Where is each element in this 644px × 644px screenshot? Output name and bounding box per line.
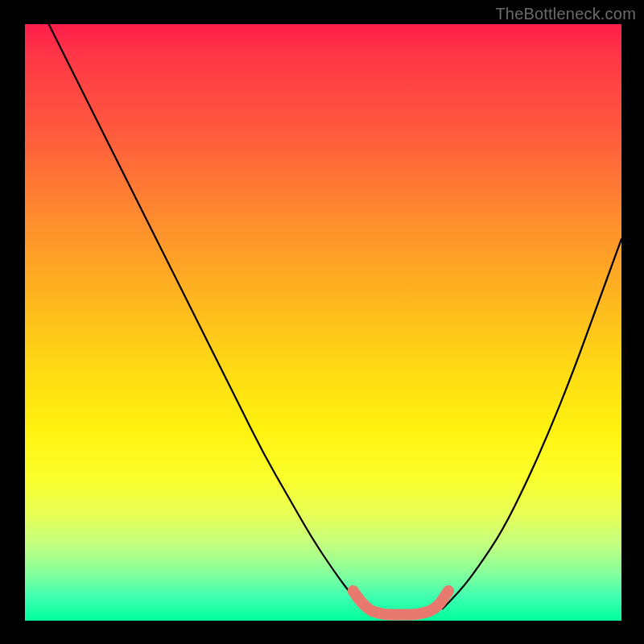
chart-frame: TheBottleneck.com: [0, 0, 644, 644]
curve-right-branch: [443, 239, 621, 609]
plot-area: [25, 24, 621, 621]
watermark-text: TheBottleneck.com: [495, 5, 636, 23]
curve-layer: [25, 24, 621, 621]
curve-highlight: [353, 591, 448, 615]
curve-left-branch: [49, 24, 365, 609]
